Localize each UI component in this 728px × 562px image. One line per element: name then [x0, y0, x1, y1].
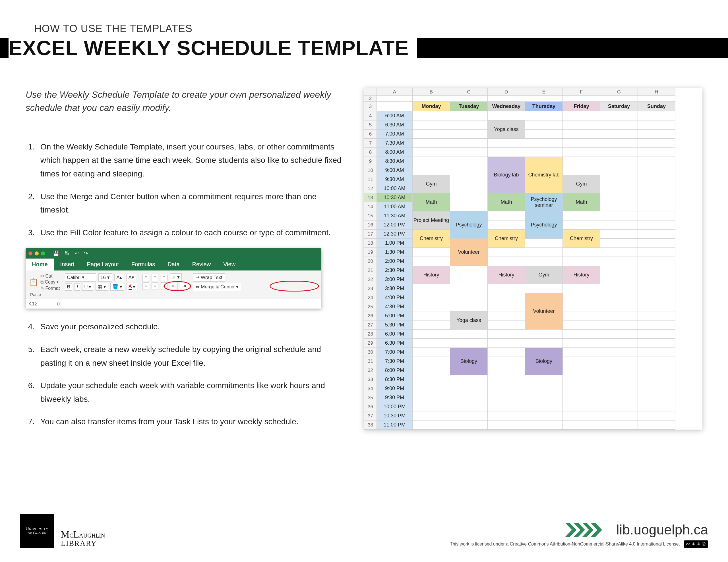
- empty-cell[interactable]: [600, 320, 638, 329]
- row-header[interactable]: 27: [364, 320, 377, 329]
- empty-cell[interactable]: [525, 111, 563, 121]
- empty-cell[interactable]: [563, 130, 600, 139]
- empty-cell[interactable]: [600, 230, 638, 239]
- empty-cell[interactable]: [638, 166, 675, 175]
- empty-cell[interactable]: [638, 130, 675, 139]
- empty-cell[interactable]: [525, 384, 563, 393]
- empty-cell[interactable]: [563, 148, 600, 157]
- empty-cell[interactable]: [450, 175, 488, 184]
- merge-center-button[interactable]: ⇔ Merge & Center ▾: [193, 283, 241, 291]
- empty-cell[interactable]: [600, 420, 638, 430]
- empty-cell[interactable]: [413, 348, 450, 357]
- empty-cell[interactable]: [600, 357, 638, 366]
- empty-cell[interactable]: [638, 139, 675, 148]
- row-header[interactable]: 25: [364, 302, 377, 311]
- empty-cell[interactable]: [450, 166, 488, 175]
- empty-cell[interactable]: [638, 402, 675, 411]
- row-header[interactable]: 16: [364, 221, 377, 230]
- empty-cell[interactable]: [563, 212, 600, 221]
- empty-cell[interactable]: [450, 339, 488, 348]
- empty-cell[interactable]: [413, 420, 450, 430]
- empty-cell[interactable]: [600, 111, 638, 121]
- empty-cell[interactable]: [638, 393, 675, 402]
- empty-cell[interactable]: [600, 393, 638, 402]
- align-middle-button[interactable]: ≡: [152, 274, 158, 281]
- empty-cell[interactable]: [638, 230, 675, 239]
- row-header[interactable]: 10: [364, 166, 377, 175]
- tab-review[interactable]: Review: [186, 259, 217, 271]
- align-bottom-button[interactable]: ≡: [161, 274, 167, 281]
- column-header[interactable]: B: [413, 88, 450, 96]
- column-header[interactable]: C: [450, 88, 488, 96]
- empty-cell[interactable]: [563, 221, 600, 230]
- empty-cell[interactable]: [638, 175, 675, 184]
- empty-cell[interactable]: [638, 212, 675, 221]
- empty-cell[interactable]: [563, 166, 600, 175]
- empty-cell[interactable]: [488, 357, 525, 366]
- row-header[interactable]: 37: [364, 411, 377, 420]
- empty-cell[interactable]: [563, 121, 600, 130]
- empty-cell[interactable]: [638, 366, 675, 375]
- empty-cell[interactable]: [638, 202, 675, 212]
- empty-cell[interactable]: [450, 384, 488, 393]
- row-header[interactable]: 3: [364, 102, 377, 111]
- empty-cell[interactable]: [413, 139, 450, 148]
- empty-cell[interactable]: [600, 130, 638, 139]
- empty-cell[interactable]: [638, 148, 675, 157]
- empty-cell[interactable]: [638, 248, 675, 257]
- empty-cell[interactable]: [563, 320, 600, 329]
- empty-cell[interactable]: [525, 139, 563, 148]
- font-size-selector[interactable]: 16 ▾: [98, 273, 112, 281]
- empty-cell[interactable]: [413, 111, 450, 121]
- empty-cell[interactable]: [600, 411, 638, 420]
- empty-cell[interactable]: [600, 402, 638, 411]
- tab-page-layout[interactable]: Page Layout: [81, 259, 125, 271]
- empty-cell[interactable]: [563, 293, 600, 302]
- empty-cell[interactable]: [600, 375, 638, 384]
- empty-cell[interactable]: [525, 121, 563, 130]
- column-header[interactable]: A: [377, 88, 413, 96]
- empty-cell[interactable]: [563, 420, 600, 430]
- empty-cell[interactable]: [413, 284, 450, 293]
- empty-cell[interactable]: [638, 420, 675, 430]
- empty-cell[interactable]: [525, 130, 563, 139]
- empty-cell[interactable]: [488, 402, 525, 411]
- empty-cell[interactable]: [413, 248, 450, 257]
- tab-home[interactable]: Home: [26, 259, 54, 271]
- empty-cell[interactable]: [413, 339, 450, 348]
- name-box[interactable]: K12: [28, 301, 54, 307]
- empty-cell[interactable]: [413, 366, 450, 375]
- empty-cell[interactable]: [450, 302, 488, 311]
- formula-bar[interactable]: [64, 304, 319, 304]
- empty-cell[interactable]: [488, 302, 525, 311]
- empty-cell[interactable]: [413, 311, 450, 320]
- empty-cell[interactable]: [488, 420, 525, 430]
- empty-cell[interactable]: [413, 402, 450, 411]
- empty-cell[interactable]: [413, 130, 450, 139]
- empty-cell[interactable]: [488, 284, 525, 293]
- row-header[interactable]: 30: [364, 348, 377, 357]
- row-header[interactable]: 15: [364, 212, 377, 221]
- font-color-button[interactable]: A ▾: [127, 283, 137, 291]
- empty-cell[interactable]: [600, 257, 638, 266]
- empty-cell[interactable]: [450, 193, 488, 202]
- empty-cell[interactable]: [600, 311, 638, 320]
- row-header[interactable]: 21: [364, 266, 377, 275]
- empty-cell[interactable]: [563, 375, 600, 384]
- empty-cell[interactable]: [525, 402, 563, 411]
- tab-formulas[interactable]: Formulas: [125, 259, 161, 271]
- empty-cell[interactable]: [450, 130, 488, 139]
- format-painter-button[interactable]: ✎ Format: [40, 285, 60, 291]
- empty-cell[interactable]: [488, 329, 525, 339]
- empty-cell[interactable]: [450, 411, 488, 420]
- empty-cell[interactable]: [413, 121, 450, 130]
- empty-cell[interactable]: [600, 121, 638, 130]
- empty-cell[interactable]: [488, 339, 525, 348]
- row-header[interactable]: 17: [364, 230, 377, 239]
- empty-cell[interactable]: [488, 311, 525, 320]
- row-header[interactable]: 22: [364, 275, 377, 284]
- empty-cell[interactable]: [638, 121, 675, 130]
- decrease-font-button[interactable]: A▾: [126, 274, 136, 281]
- empty-cell[interactable]: [600, 275, 638, 284]
- fill-color-button[interactable]: 🪣 ▾: [110, 283, 124, 290]
